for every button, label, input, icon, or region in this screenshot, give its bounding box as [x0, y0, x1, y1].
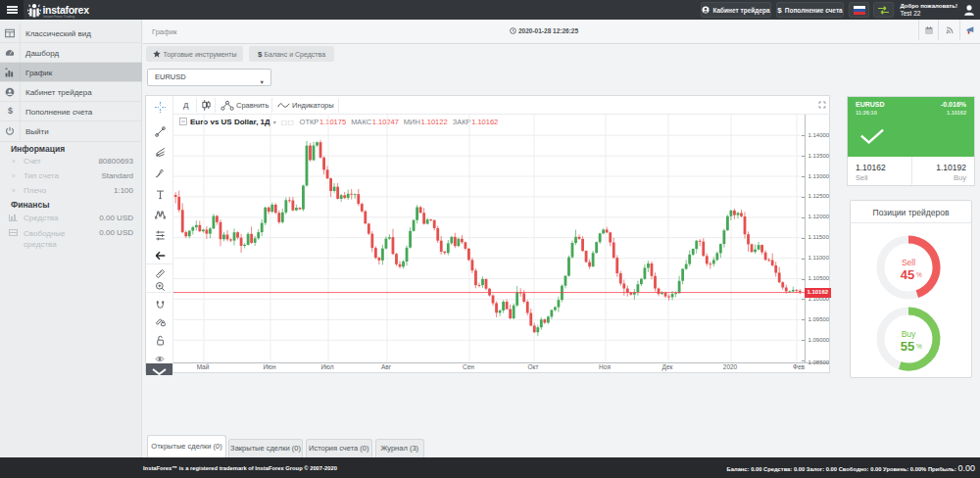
svg-text:55: 55 [901, 339, 914, 354]
svg-text:Instant Forex Trading: Instant Forex Trading [43, 15, 74, 19]
svg-text:Sell: Sell [902, 258, 915, 267]
svg-text:Buy: Buy [902, 329, 916, 339]
svg-text:%: % [916, 343, 922, 350]
